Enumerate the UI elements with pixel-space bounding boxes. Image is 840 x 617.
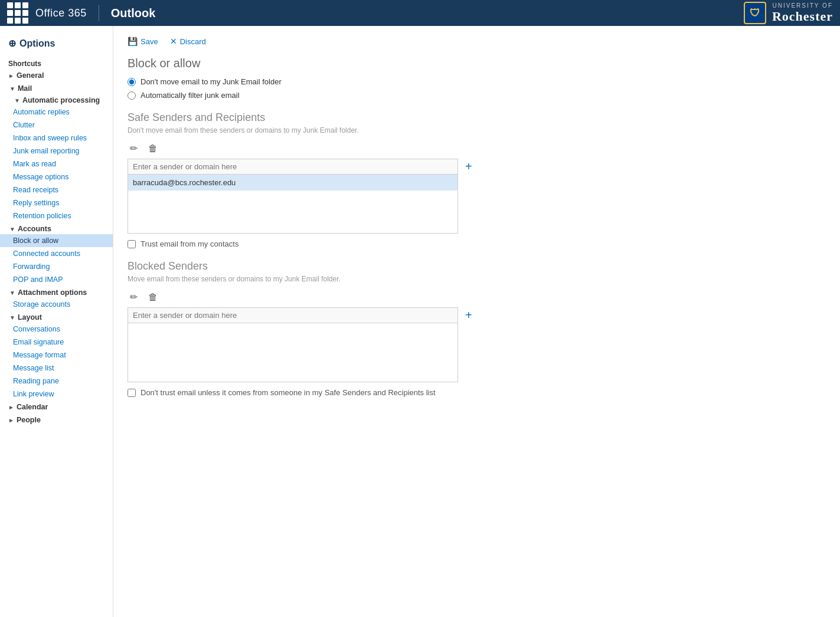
safe-senders-input[interactable]	[128, 159, 458, 175]
auto-processing-arrow-icon: ▼	[14, 97, 20, 104]
main-layout: ⊕ Options Shortcuts ► General ▼ Mail ▼ A…	[0, 26, 840, 617]
sidebar-item-inbox-sweep[interactable]: Inbox and sweep rules	[0, 132, 113, 145]
radio-dont-move-label: Don't move email to my Junk Email folder	[140, 77, 282, 86]
sidebar-item-message-format[interactable]: Message format	[0, 349, 113, 362]
sidebar-item-read-receipts[interactable]: Read receipts	[0, 183, 113, 196]
sidebar-general-group[interactable]: ► General	[0, 69, 113, 82]
sidebar-item-link-preview[interactable]: Link preview	[0, 388, 113, 401]
discard-button[interactable]: ✕ Discard	[170, 35, 206, 47]
layout-label: Layout	[18, 313, 42, 321]
app-launcher-button[interactable]	[7, 2, 28, 24]
topbar-divider	[99, 5, 99, 21]
trust-contacts-row: Trust email from my contacts	[128, 239, 826, 248]
calendar-label: Calendar	[17, 403, 48, 411]
shield-icon: 🛡	[744, 2, 766, 24]
attachment-arrow-icon: ▼	[9, 290, 15, 296]
sidebar-item-connected-accounts[interactable]: Connected accounts	[0, 247, 113, 260]
sidebar-item-pop-imap[interactable]: POP and IMAP	[0, 273, 113, 286]
safe-senders-title: Safe Senders and Recipients	[128, 111, 826, 124]
sidebar-people-group[interactable]: ► People	[0, 413, 113, 426]
university-logo: 🛡 University of Rochester	[744, 2, 833, 24]
radio-auto-filter[interactable]: Automatically filter junk email	[128, 91, 826, 100]
safe-senders-desc: Don't move email from these senders or d…	[128, 126, 826, 134]
accounts-label: Accounts	[18, 225, 51, 233]
topbar: Office 365 Outlook 🛡 University of Roche…	[0, 0, 840, 26]
sidebar-layout-group[interactable]: ▼ Layout	[0, 311, 113, 323]
sidebar-item-junk-email[interactable]: Junk email reporting	[0, 145, 113, 157]
attachment-options-label: Attachment options	[18, 288, 87, 297]
sidebar-attachment-options-group[interactable]: ▼ Attachment options	[0, 286, 113, 298]
university-name: Rochester	[772, 9, 833, 24]
sidebar-item-reply-settings[interactable]: Reply settings	[0, 196, 113, 209]
blocked-senders-icon-toolbar: ✏ 🗑	[128, 290, 826, 304]
people-arrow-icon: ►	[8, 417, 14, 424]
university-sub: University of	[772, 2, 833, 9]
sidebar-item-clutter[interactable]: Clutter	[0, 119, 113, 132]
trust-contacts-checkbox[interactable]	[128, 240, 136, 248]
people-label: People	[17, 416, 41, 424]
save-icon: 💾	[128, 37, 138, 46]
blocked-senders-list	[128, 323, 458, 382]
safe-senders-list: barracuda@bcs.rochester.edu	[128, 175, 458, 234]
safe-senders-input-row: +	[128, 159, 826, 175]
sidebar-item-message-list[interactable]: Message list	[0, 362, 113, 375]
sidebar-item-block-or-allow[interactable]: Block or allow	[0, 234, 113, 247]
save-button[interactable]: 💾 Save	[128, 35, 158, 47]
sidebar-item-message-options[interactable]: Message options	[0, 170, 113, 183]
university-name-wrap: University of Rochester	[772, 2, 833, 24]
general-arrow-icon: ►	[8, 73, 14, 79]
options-header: ⊕ Options	[0, 33, 113, 56]
sidebar-item-mark-read[interactable]: Mark as read	[0, 157, 113, 170]
sidebar-calendar-group[interactable]: ► Calendar	[0, 401, 113, 413]
options-title: Options	[19, 38, 55, 49]
sidebar-shortcuts[interactable]: Shortcuts	[0, 56, 113, 69]
safe-senders-entry[interactable]: barracuda@bcs.rochester.edu	[128, 175, 457, 191]
blocked-senders-title: Blocked Senders	[128, 260, 826, 273]
layout-arrow-icon: ▼	[9, 314, 15, 321]
sidebar-auto-processing-group[interactable]: ▼ Automatic processing	[0, 94, 113, 106]
save-label: Save	[140, 37, 158, 46]
radio-auto-filter-input[interactable]	[128, 91, 136, 100]
junk-email-radio-group: Don't move email to my Junk Email folder…	[128, 77, 826, 100]
general-label: General	[17, 71, 44, 80]
back-arrow-icon[interactable]: ⊕	[8, 38, 16, 49]
blocked-senders-add-button[interactable]: +	[463, 308, 475, 322]
dont-trust-label: Don't trust email unless it comes from s…	[140, 388, 436, 397]
mail-label: Mail	[18, 84, 32, 93]
sidebar-mail-group[interactable]: ▼ Mail	[0, 82, 113, 94]
sidebar-item-automatic-replies[interactable]: Automatic replies	[0, 106, 113, 119]
discard-label: Discard	[180, 37, 206, 46]
safe-senders-icon-toolbar: ✏ 🗑	[128, 142, 826, 155]
toolbar: 💾 Save ✕ Discard	[128, 35, 826, 47]
blocked-senders-delete-button[interactable]: 🗑	[146, 290, 160, 304]
discard-icon: ✕	[170, 37, 177, 46]
sidebar-item-retention-policies[interactable]: Retention policies	[0, 209, 113, 222]
sidebar-item-email-signature[interactable]: Email signature	[0, 336, 113, 349]
radio-dont-move[interactable]: Don't move email to my Junk Email folder	[128, 77, 826, 86]
content-area: 💾 Save ✕ Discard Block or allow Don't mo…	[113, 26, 840, 617]
page-title: Block or allow	[128, 57, 826, 70]
blocked-senders-edit-button[interactable]: ✏	[128, 290, 140, 304]
sidebar-item-conversations[interactable]: Conversations	[0, 323, 113, 336]
sidebar-accounts-group[interactable]: ▼ Accounts	[0, 222, 113, 234]
sidebar-item-storage-accounts[interactable]: Storage accounts	[0, 298, 113, 311]
sidebar-item-reading-pane[interactable]: Reading pane	[0, 375, 113, 388]
blocked-senders-input[interactable]	[128, 307, 458, 323]
radio-dont-move-input[interactable]	[128, 78, 136, 86]
accounts-arrow-icon: ▼	[9, 226, 15, 232]
blocked-senders-input-row: +	[128, 307, 826, 323]
app-label: Outlook	[111, 6, 156, 20]
radio-auto-filter-label: Automatically filter junk email	[140, 91, 240, 100]
auto-processing-label: Automatic processing	[22, 96, 100, 104]
safe-senders-add-button[interactable]: +	[463, 160, 475, 173]
safe-senders-delete-button[interactable]: 🗑	[146, 142, 160, 155]
calendar-arrow-icon: ►	[8, 404, 14, 411]
sidebar: ⊕ Options Shortcuts ► General ▼ Mail ▼ A…	[0, 26, 113, 617]
blocked-senders-desc: Move email from these senders or domains…	[128, 275, 826, 283]
dont-trust-row: Don't trust email unless it comes from s…	[128, 388, 826, 397]
trust-contacts-label: Trust email from my contacts	[140, 239, 238, 248]
dont-trust-checkbox[interactable]	[128, 389, 136, 397]
sidebar-item-forwarding[interactable]: Forwarding	[0, 260, 113, 273]
safe-senders-edit-button[interactable]: ✏	[128, 142, 140, 155]
office-label: Office 365	[35, 7, 87, 19]
